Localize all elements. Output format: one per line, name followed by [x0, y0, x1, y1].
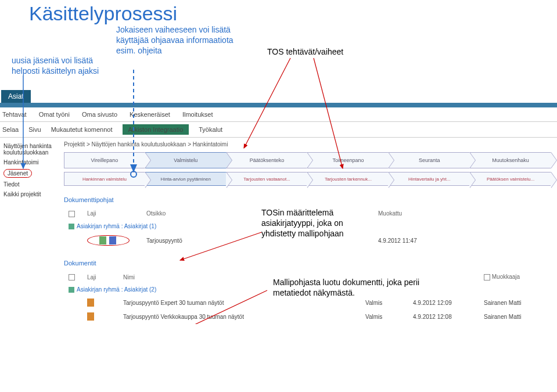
cell-muokattu: 4.9.2012 12:09 [409, 296, 479, 309]
section-dokumentit: Dokumentit [64, 260, 551, 267]
annotation-mid: Jokaiseen vaiheeseen voi lisätä käyttäjä… [116, 24, 238, 56]
word-icon [109, 236, 116, 244]
nav-item[interactable]: Selaa [2, 126, 19, 133]
nav-item[interactable]: Mukautetut komennot [51, 126, 113, 133]
nav-item[interactable]: Tehtavat [2, 111, 27, 118]
slide-title: Käsittelyprosessi [0, 0, 557, 25]
annotation-left: uusia jäseniä voi lisätä helposti käsitt… [12, 55, 110, 76]
cell-tila: Valmis [362, 310, 408, 323]
group-icon [69, 224, 74, 229]
nav-secondary: Selaa Sivu Mukautetut komennot Arkiston … [0, 122, 557, 138]
slide-header: Käsittelyprosessi uusia jäseniä voi lisä… [0, 0, 557, 90]
phase[interactable]: Toimeenpano [307, 152, 389, 168]
sidebar-item[interactable]: Näyttöjen hankinta koulutusluokkaan [2, 141, 62, 157]
annotation-malli: Mallipohjasta luotu dokumentti, joka per… [273, 277, 424, 298]
cell-muokkaaja: Sairanen Matti [480, 296, 550, 309]
blue-ribbon [0, 103, 557, 107]
cell-muokattu: 4.9.2012 11:47 [375, 233, 468, 248]
group-icon [69, 287, 74, 293]
phase[interactable]: Muutoksenhaku [470, 152, 551, 168]
subphase[interactable]: Tarjousten vastaanot... [227, 172, 308, 186]
annotation-tosin: TOSin määrittelemä asiakirjatyyppi, joka… [261, 207, 348, 239]
sidebar-item-jasenet[interactable]: Jäsenet [2, 167, 62, 179]
table-row[interactable]: Tarjouspyyntö Verkkokauppa 30 tuuman näy… [65, 310, 550, 323]
subphase[interactable]: Päätöksen valmistelu... [470, 172, 551, 186]
cell-nimi: Tarjouspyyntö Expert 30 tuuman näytöt [120, 296, 361, 309]
subphase[interactable]: Hankinnan valmistelu [64, 172, 145, 186]
cell-nimi: Tarjouspyyntö Verkkokauppa 30 tuuman näy… [120, 310, 361, 323]
main-area: Näyttöjen hankinta koulutusluokkaan Hank… [0, 138, 557, 324]
annotation-right: TOS tehtävät/vaiheet [267, 46, 343, 57]
sidebar-item[interactable]: Hankintatoimi [2, 157, 62, 167]
cell-muokkaaja: Sairanen Matti [480, 310, 550, 323]
sidebar-item[interactable]: Kaikki projektit [2, 189, 62, 199]
table-row[interactable]: Tarjouspyyntö Expert 30 tuuman näytöt Va… [65, 296, 550, 309]
phase-row-1: Vireillepano Valmistelu Päätöksenteko To… [64, 152, 551, 168]
breadcrumb: Projektit > Näyttöjen hankinta koulutusl… [64, 141, 551, 148]
subphase[interactable]: Hintavertailu ja yht... [389, 172, 470, 186]
checkbox[interactable] [69, 211, 75, 217]
col-laji: Laji [84, 208, 142, 220]
phase[interactable]: Vireillepano [64, 152, 145, 168]
doc-icon [87, 312, 94, 321]
doc-icons-circled [87, 235, 130, 246]
phase[interactable]: Päätöksenteko [227, 152, 308, 168]
tab-bar: Asiat [0, 90, 557, 103]
nav-item[interactable]: Oma sivusto [82, 111, 117, 118]
nav-item[interactable]: Sivu [28, 126, 41, 133]
phase[interactable]: Seuranta [389, 152, 470, 168]
nav-item[interactable]: Keskeneräiset [130, 111, 170, 118]
nav-item-active[interactable]: Arkiston Integraatio [123, 124, 189, 135]
phase-selected[interactable]: Valmistelu [145, 152, 227, 168]
col-laji: Laji [84, 271, 118, 283]
nav-item[interactable]: Ilmoitukset [182, 111, 213, 118]
file-icon [99, 236, 106, 244]
nav-primary: Tehtavat Omat työni Oma sivusto Keskener… [0, 107, 557, 122]
section-dokumenttipohjat: Dokumenttipohjat [64, 196, 551, 203]
nav-item[interactable]: Omat työni [39, 111, 70, 118]
content: Projektit > Näyttöjen hankinta koulutusl… [64, 138, 557, 324]
checkbox[interactable] [69, 274, 75, 280]
sidebar-item[interactable]: Tiedot [2, 179, 62, 189]
doc-icon [87, 299, 94, 307]
subphase-selected[interactable]: Hinta-arvion pyytäminen [145, 172, 227, 186]
subphase[interactable]: Tarjousten tarkennuk... [307, 172, 389, 186]
sidebar: Näyttöjen hankinta koulutusluokkaan Hank… [0, 138, 64, 324]
tab-asiat[interactable]: Asiat [1, 90, 31, 103]
phase-row-2: Hankinnan valmistelu Hinta-arvion pyytäm… [64, 172, 551, 186]
cell-tila: Valmis [362, 296, 408, 309]
cell-muokattu: 4.9.2012 12:08 [409, 310, 479, 323]
checkbox[interactable] [484, 274, 490, 280]
nav-item[interactable]: Työkalut [199, 126, 222, 133]
col-muokattu: Muokattu [375, 208, 468, 220]
